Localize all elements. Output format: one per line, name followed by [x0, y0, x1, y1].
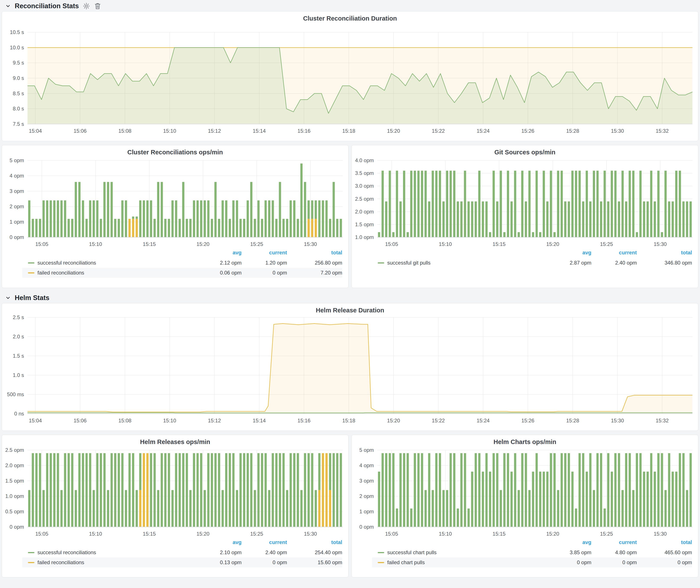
svg-text:15:12: 15:12 — [208, 128, 221, 134]
series-label[interactable]: successful git pulls — [387, 260, 431, 266]
panel-cluster-reconciliations-ops: Cluster Reconciliations ops/min 0 opm1 o… — [2, 145, 348, 288]
panel-title[interactable]: Helm Charts ops/min — [352, 438, 698, 446]
svg-text:15:30: 15:30 — [611, 418, 624, 423]
legend-row-failed-chart-pulls[interactable]: failed chart pulls 0 opm 0 opm 0 opm — [372, 557, 692, 567]
legend-row-failed-reconciliations[interactable]: failed reconciliations 0.06 opm 0 opm 7.… — [22, 268, 342, 278]
svg-text:0 ns: 0 ns — [14, 411, 24, 417]
svg-text:15:20: 15:20 — [546, 241, 559, 247]
series-color-dash — [28, 552, 34, 553]
svg-text:15:15: 15:15 — [493, 241, 506, 247]
series-total: 254.40 opm — [287, 549, 342, 556]
legend-col-total[interactable]: total — [637, 539, 692, 545]
series-label[interactable]: failed reconciliations — [37, 270, 84, 276]
svg-text:15:10: 15:10 — [439, 241, 452, 247]
svg-text:5 opm: 5 opm — [359, 447, 374, 453]
series-avg: 0 opm — [546, 559, 591, 565]
svg-text:15:30: 15:30 — [654, 531, 667, 537]
legend-col-avg[interactable]: avg — [196, 250, 242, 256]
legend-col-avg[interactable]: avg — [196, 539, 242, 545]
svg-text:10.0 s: 10.0 s — [10, 45, 24, 50]
panel-git-sources-ops: Git Sources ops/min 1.0 opm1.5 opm2.0 op… — [352, 145, 698, 288]
series-label[interactable]: successful chart pulls — [387, 549, 437, 556]
svg-text:15:32: 15:32 — [656, 128, 669, 134]
panel-helm-release-duration: Helm Release Duration 0 ns500 ms1.0 s1.5… — [2, 303, 698, 431]
svg-text:15:06: 15:06 — [74, 418, 87, 423]
row-delete-button[interactable] — [94, 2, 101, 10]
svg-text:15:30: 15:30 — [611, 128, 624, 134]
svg-text:15:10: 15:10 — [89, 531, 102, 537]
svg-text:1.0 opm: 1.0 opm — [5, 493, 24, 499]
series-color-dash — [378, 562, 384, 563]
svg-text:1.0 opm: 1.0 opm — [355, 234, 374, 240]
row-settings-button[interactable] — [83, 2, 90, 10]
series-total: 346.80 opm — [637, 260, 692, 266]
legend-col-current[interactable]: current — [242, 539, 287, 545]
series-total: 465.60 opm — [637, 549, 692, 556]
svg-text:15:18: 15:18 — [342, 418, 355, 423]
svg-text:0 opm: 0 opm — [359, 524, 374, 530]
series-label[interactable]: successful reconciliations — [37, 260, 96, 266]
section-title[interactable]: Reconciliation Stats — [15, 2, 79, 10]
legend-header: avg current total — [22, 248, 342, 258]
panel-title[interactable]: Cluster Reconciliations ops/min — [2, 149, 348, 156]
svg-text:15:30: 15:30 — [304, 531, 317, 537]
series-label[interactable]: successful reconciliations — [37, 549, 96, 556]
panel-title[interactable]: Git Sources ops/min — [352, 149, 698, 156]
series-current: 0 opm — [242, 270, 287, 276]
legend-col-total[interactable]: total — [287, 539, 342, 545]
svg-text:9.5 s: 9.5 s — [13, 60, 24, 66]
svg-text:2 opm: 2 opm — [359, 493, 374, 499]
cluster-reconciliation-duration-chart[interactable]: 7.5 s8.0 s8.5 s9.0 s9.5 s10.0 s10.5 s15:… — [2, 11, 698, 141]
svg-text:0.5 opm: 0.5 opm — [5, 509, 24, 514]
svg-text:3 opm: 3 opm — [359, 478, 374, 484]
svg-text:8.5 s: 8.5 s — [13, 90, 24, 96]
helm-releases-ops-chart[interactable]: 0 opm0.5 opm1.0 opm1.5 opm2.0 opm2.5 opm… — [2, 435, 348, 537]
helm-charts-ops-chart[interactable]: 0 opm1 opm2 opm3 opm4 opm5 opm15:0515:10… — [352, 435, 698, 537]
series-label[interactable]: failed reconciliations — [37, 559, 84, 565]
svg-text:15:10: 15:10 — [163, 128, 176, 134]
legend-col-total[interactable]: total — [637, 250, 692, 256]
panel-title[interactable]: Helm Release Duration — [2, 307, 698, 314]
chevron-down-icon[interactable] — [5, 3, 11, 9]
legend-row-successful-reconciliations[interactable]: successful reconciliations 2.12 opm 1.20… — [22, 258, 342, 268]
legend-row-successful-git-pulls[interactable]: successful git pulls 2.87 opm 2.40 opm 3… — [372, 258, 692, 268]
svg-text:0 opm: 0 opm — [10, 234, 24, 240]
legend: avg current total successful reconciliat… — [2, 247, 348, 278]
series-avg: 2.87 opm — [546, 260, 591, 266]
panel-title[interactable]: Helm Releases ops/min — [2, 438, 348, 446]
legend-col-current[interactable]: current — [242, 250, 287, 256]
legend-col-current[interactable]: current — [591, 250, 637, 256]
cluster-reconciliations-ops-chart[interactable]: 0 opm1 opm2 opm3 opm4 opm5 opm15:0515:10… — [2, 145, 348, 247]
svg-text:15:16: 15:16 — [297, 128, 310, 134]
svg-text:15:05: 15:05 — [35, 241, 48, 247]
svg-text:2.0 opm: 2.0 opm — [355, 209, 374, 215]
legend-row-successful-chart-pulls[interactable]: successful chart pulls 3.85 opm 4.80 opm… — [372, 548, 692, 557]
svg-text:10.5 s: 10.5 s — [10, 29, 24, 35]
svg-text:15:26: 15:26 — [521, 418, 534, 423]
legend-row-successful-reconciliations[interactable]: successful reconciliations 2.10 opm 2.40… — [22, 548, 342, 557]
panel-title[interactable]: Cluster Reconciliation Duration — [2, 15, 698, 22]
helm-release-duration-chart[interactable]: 0 ns500 ms1.0 s1.5 s2.0 s2.5 s15:0415:06… — [2, 303, 698, 431]
svg-text:1 opm: 1 opm — [359, 509, 374, 514]
legend-col-avg[interactable]: avg — [546, 539, 591, 545]
legend-col-avg[interactable]: avg — [546, 250, 591, 256]
legend-col-current[interactable]: current — [591, 539, 637, 545]
svg-text:15:30: 15:30 — [654, 241, 667, 247]
panel-helm-charts-ops: Helm Charts ops/min 0 opm1 opm2 opm3 opm… — [352, 435, 698, 577]
svg-text:15:25: 15:25 — [250, 241, 263, 247]
section-title[interactable]: Helm Stats — [15, 294, 49, 302]
chevron-down-icon[interactable] — [5, 295, 11, 301]
svg-text:7.5 s: 7.5 s — [13, 121, 24, 127]
series-avg: 3.85 opm — [546, 549, 591, 556]
series-label[interactable]: failed chart pulls — [387, 559, 425, 565]
svg-text:15:20: 15:20 — [546, 531, 559, 537]
svg-text:15:14: 15:14 — [253, 418, 266, 423]
svg-text:15:10: 15:10 — [439, 531, 452, 537]
legend-row-failed-reconciliations[interactable]: failed reconciliations 0.13 opm 0 opm 15… — [22, 557, 342, 567]
git-sources-ops-chart[interactable]: 1.0 opm1.5 opm2.0 opm2.5 opm3.0 opm3.5 o… — [352, 145, 698, 247]
svg-text:9.0 s: 9.0 s — [13, 75, 24, 81]
svg-text:500 ms: 500 ms — [7, 391, 24, 397]
svg-text:8.0 s: 8.0 s — [13, 106, 24, 111]
svg-text:15:20: 15:20 — [387, 128, 400, 134]
legend-col-total[interactable]: total — [287, 250, 342, 256]
